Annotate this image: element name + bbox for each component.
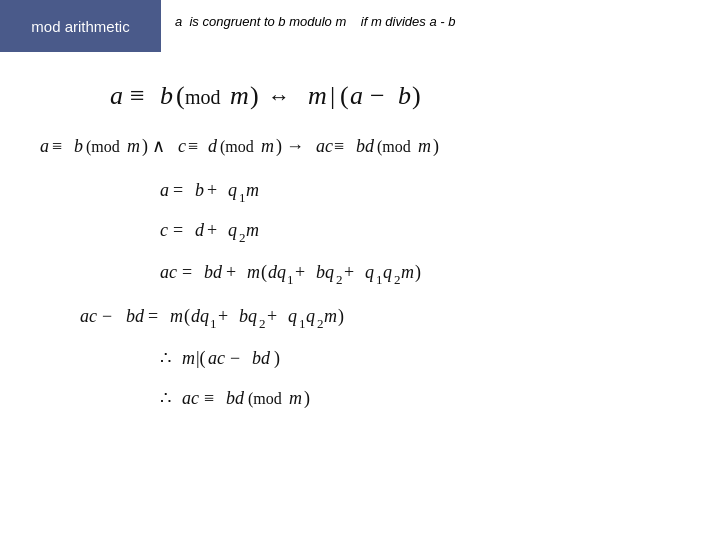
svg-text:(: (: [261, 262, 267, 283]
svg-text:+: +: [295, 262, 305, 282]
svg-text:): ): [338, 306, 344, 327]
svg-text:(: (: [184, 306, 190, 327]
svg-text:≡: ≡: [334, 136, 344, 156]
svg-text:q: q: [383, 262, 392, 282]
svg-text:m: m: [246, 180, 259, 200]
svg-text:m: m: [324, 306, 337, 326]
svg-text:1: 1: [299, 316, 306, 331]
svg-text:≡: ≡: [130, 81, 145, 110]
svg-text:m: m: [308, 81, 327, 110]
svg-text:2: 2: [394, 272, 401, 287]
svg-text:∧: ∧: [152, 136, 165, 156]
svg-text:m: m: [401, 262, 414, 282]
svg-text:): ): [412, 81, 421, 110]
svg-text:bd: bd: [226, 388, 245, 408]
svg-text:2: 2: [336, 272, 343, 287]
svg-text:c: c: [178, 136, 186, 156]
svg-text:m: m: [261, 136, 274, 156]
svg-text:−: −: [230, 348, 240, 368]
svg-text:1: 1: [376, 272, 383, 287]
svg-text:≡: ≡: [52, 136, 62, 156]
equation-line2: a ≡ b (mod m ) ∧ c ≡ d (mod m ) → ac ≡ b…: [30, 126, 690, 168]
svg-text:2: 2: [317, 316, 324, 331]
svg-text:bq: bq: [316, 262, 334, 282]
svg-text:→: →: [286, 136, 304, 156]
svg-text:2: 2: [259, 316, 266, 331]
svg-text:bd: bd: [204, 262, 223, 282]
svg-text:=: =: [173, 220, 183, 240]
equation-line8: ∴ ac ≡ bd (mod m ): [30, 380, 690, 416]
svg-text:dq: dq: [268, 262, 286, 282]
svg-text:a: a: [110, 81, 123, 110]
svg-text:2: 2: [239, 230, 246, 244]
svg-text:∴: ∴: [160, 348, 171, 368]
equation-line2-svg: a ≡ b (mod m ) ∧ c ≡ d (mod m ) → ac ≡ b…: [30, 126, 690, 164]
svg-text:↔: ↔: [268, 84, 290, 109]
svg-text:(mod: (mod: [86, 138, 120, 156]
equation-line4: c = d + q 2 m: [30, 212, 690, 248]
svg-text:+: +: [226, 262, 236, 282]
svg-text:(: (: [176, 81, 185, 110]
svg-text:=: =: [182, 262, 192, 282]
svg-text:a: a: [350, 81, 363, 110]
svg-text:+: +: [207, 220, 217, 240]
svg-text:ac: ac: [182, 388, 199, 408]
svg-text:−: −: [370, 81, 385, 110]
svg-text:): ): [415, 262, 421, 283]
svg-text:m: m: [289, 388, 302, 408]
svg-text:+: +: [207, 180, 217, 200]
svg-text:bd: bd: [252, 348, 271, 368]
equation-line6-svg: ac − bd = m ( dq 1 + bq 2 + q 1 q 2 m ): [30, 296, 690, 332]
svg-text:1: 1: [210, 316, 217, 331]
equation-main: a ≡ b ( mod m ) ↔ m | ( a − b ): [30, 66, 690, 122]
svg-text:m: m: [230, 81, 249, 110]
svg-text:d: d: [208, 136, 218, 156]
module-tab[interactable]: mod arithmetic: [0, 0, 161, 52]
equation-line4-svg: c = d + q 2 m: [30, 212, 690, 244]
svg-text:(mod: (mod: [220, 138, 254, 156]
svg-text:ac: ac: [316, 136, 333, 156]
equation-line7-svg: ∴ m |( ac − bd ): [30, 340, 690, 372]
svg-text:a: a: [40, 136, 49, 156]
svg-text:q: q: [365, 262, 374, 282]
svg-text:q: q: [306, 306, 315, 326]
svg-text:m: m: [246, 220, 259, 240]
svg-text:q: q: [228, 220, 237, 240]
svg-text:m: m: [182, 348, 195, 368]
svg-text:): ): [142, 136, 148, 157]
svg-text:bq: bq: [239, 306, 257, 326]
svg-text:a: a: [160, 180, 169, 200]
svg-text:m: m: [247, 262, 260, 282]
header-description: a is congruent to b modulo m if m divide…: [175, 14, 455, 29]
svg-text:bd: bd: [356, 136, 375, 156]
svg-text:): ): [274, 348, 280, 369]
svg-text:q: q: [288, 306, 297, 326]
svg-text:m: m: [127, 136, 140, 156]
svg-text:b: b: [74, 136, 83, 156]
svg-text:+: +: [267, 306, 277, 326]
svg-text:c: c: [160, 220, 168, 240]
svg-text:|(: |(: [196, 348, 206, 369]
svg-text:(mod: (mod: [377, 138, 411, 156]
svg-text:ac: ac: [208, 348, 225, 368]
svg-text:1: 1: [239, 190, 246, 204]
math-content-area: a ≡ b ( mod m ) ↔ m | ( a − b ) a ≡ b (m…: [0, 52, 720, 540]
equation-line3-svg: a = b + q 1 m: [30, 172, 690, 204]
svg-text:): ): [250, 81, 259, 110]
svg-text:+: +: [344, 262, 354, 282]
svg-text:b: b: [160, 81, 173, 110]
svg-text:−: −: [102, 306, 112, 326]
svg-text:=: =: [148, 306, 158, 326]
equation-line6: ac − bd = m ( dq 1 + bq 2 + q 1 q 2 m ): [30, 296, 690, 336]
svg-text:ac: ac: [80, 306, 97, 326]
svg-text:): ): [276, 136, 282, 157]
svg-text:≡: ≡: [204, 388, 214, 408]
svg-text:|: |: [330, 81, 335, 110]
svg-text:(mod: (mod: [248, 390, 282, 408]
svg-text:d: d: [195, 220, 205, 240]
equation-line7: ∴ m |( ac − bd ): [30, 340, 690, 376]
equation-line5-svg: ac = bd + m ( dq 1 + bq 2 + q 1 q 2 m ): [30, 252, 690, 288]
svg-text:dq: dq: [191, 306, 209, 326]
description-text: a is congruent to b modulo m if m divide…: [175, 14, 455, 29]
equation-main-svg: a ≡ b ( mod m ) ↔ m | ( a − b ): [30, 66, 610, 118]
